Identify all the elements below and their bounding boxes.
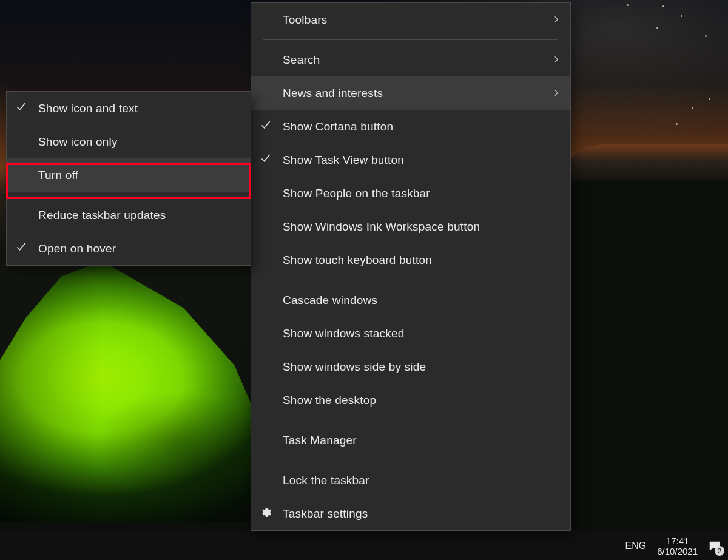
star-icon: [705, 35, 707, 37]
language-indicator[interactable]: ENG: [623, 541, 649, 552]
star-icon: [656, 27, 658, 29]
submenu-item-show-icon-only[interactable]: Show icon only: [7, 125, 251, 158]
menu-item-label: Show Cortana button: [283, 120, 393, 133]
gear-icon: [260, 506, 272, 521]
check-icon: [15, 101, 27, 116]
menu-item-label: Toolbars: [283, 13, 327, 27]
menu-separator: [263, 280, 558, 280]
menu-item-news-and-interests[interactable]: News and interests: [251, 76, 570, 110]
menu-item-label: Cascade windows: [283, 294, 377, 307]
menu-item-show-people[interactable]: Show People on the taskbar: [251, 177, 570, 210]
menu-separator: [263, 39, 558, 40]
news-and-interests-submenu: Show icon and text Show icon only Turn o…: [6, 91, 251, 266]
menu-item-label: Show windows side by side: [283, 360, 426, 374]
menu-item-search[interactable]: Search: [251, 43, 570, 76]
menu-item-label: Show windows stacked: [283, 327, 404, 340]
menu-item-windows-side-by-side[interactable]: Show windows side by side: [251, 350, 570, 383]
menu-item-label: Lock the taskbar: [283, 474, 369, 487]
menu-separator: [263, 460, 558, 460]
chevron-right-icon: [552, 53, 561, 67]
menu-item-label: Show the desktop: [283, 394, 376, 407]
star-icon: [662, 5, 664, 7]
menu-item-show-desktop[interactable]: Show the desktop: [251, 383, 570, 417]
menu-item-cascade-windows[interactable]: Cascade windows: [251, 283, 570, 317]
action-center-icon[interactable]: 2: [706, 538, 723, 555]
notification-badge: 2: [715, 546, 724, 556]
menu-item-label: Taskbar settings: [283, 507, 368, 521]
menu-item-show-touch-keyboard[interactable]: Show touch keyboard button: [251, 243, 570, 277]
clock-date: 6/10/2021: [657, 546, 698, 556]
star-icon: [676, 123, 678, 125]
check-icon: [15, 241, 27, 256]
menu-item-show-task-view[interactable]: Show Task View button: [251, 143, 570, 177]
menu-item-label: Show icon and text: [38, 102, 138, 115]
submenu-item-open-on-hover[interactable]: Open on hover: [7, 232, 251, 265]
menu-item-label: Reduce taskbar updates: [38, 209, 166, 222]
menu-separator: [19, 195, 238, 195]
menu-item-show-ink-workspace[interactable]: Show Windows Ink Workspace button: [251, 210, 570, 243]
star-icon: [709, 98, 710, 100]
star-icon: [627, 4, 629, 6]
menu-item-label: Open on hover: [38, 242, 116, 255]
menu-item-lock-taskbar[interactable]: Lock the taskbar: [251, 464, 570, 497]
ground-dark: [570, 181, 728, 536]
menu-item-label: Search: [283, 53, 320, 67]
menu-item-label: Show touch keyboard button: [283, 254, 432, 267]
menu-item-toolbars[interactable]: Toolbars: [251, 3, 570, 36]
menu-item-label: News and interests: [283, 87, 383, 100]
menu-item-taskbar-settings[interactable]: Taskbar settings: [251, 497, 570, 530]
menu-item-label: Show Windows Ink Workspace button: [283, 220, 480, 234]
submenu-item-reduce-updates[interactable]: Reduce taskbar updates: [7, 198, 251, 232]
check-icon: [260, 152, 272, 167]
menu-item-label: Show icon only: [38, 135, 118, 149]
star-icon: [692, 107, 693, 109]
menu-item-label: Turn off: [38, 169, 78, 182]
menu-item-show-cortana[interactable]: Show Cortana button: [251, 110, 570, 143]
chevron-right-icon: [552, 13, 561, 27]
menu-item-windows-stacked[interactable]: Show windows stacked: [251, 317, 570, 350]
menu-item-task-manager[interactable]: Task Manager: [251, 423, 570, 457]
system-tray: ENG 17:41 6/10/2021 2: [623, 536, 728, 556]
menu-item-label: Task Manager: [283, 434, 357, 447]
submenu-item-turn-off[interactable]: Turn off: [7, 158, 251, 192]
star-icon: [681, 15, 682, 17]
taskbar-context-menu: Toolbars Search News and interests Show …: [251, 2, 571, 531]
menu-separator: [263, 420, 558, 420]
clock[interactable]: 17:41 6/10/2021: [657, 536, 698, 556]
taskbar[interactable]: ENG 17:41 6/10/2021 2: [0, 531, 728, 560]
menu-item-label: Show People on the taskbar: [283, 187, 430, 200]
menu-item-label: Show Task View button: [283, 153, 404, 167]
submenu-item-show-icon-and-text[interactable]: Show icon and text: [7, 92, 251, 125]
clock-time: 17:41: [657, 536, 698, 546]
chevron-right-icon: [552, 87, 561, 100]
check-icon: [260, 119, 272, 134]
